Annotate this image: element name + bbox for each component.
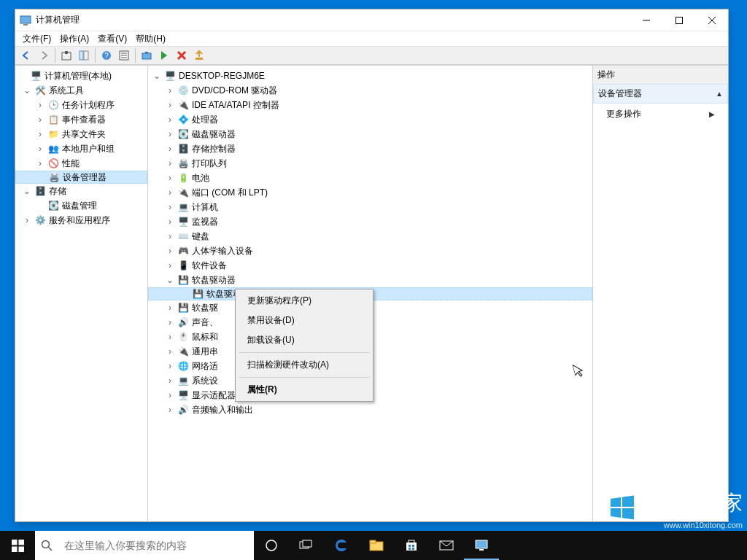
tree-performance[interactable]: 🚫性能 xyxy=(15,156,147,171)
windows-logo-icon xyxy=(609,494,635,521)
toolbar-separator xyxy=(95,48,96,63)
back-button[interactable] xyxy=(18,47,34,63)
device-software[interactable]: 📱软件设备 xyxy=(148,258,592,273)
scan-hardware-button[interactable] xyxy=(139,47,155,63)
device-ports[interactable]: 🔌端口 (COM 和 LPT) xyxy=(148,185,592,200)
svg-rect-17 xyxy=(145,52,148,53)
svg-marker-22 xyxy=(622,496,634,508)
device-monitor[interactable]: 🖥️监视器 xyxy=(148,214,592,229)
disk-drive-icon: 💽 xyxy=(177,128,189,140)
menu-file[interactable]: 文件(F) xyxy=(18,31,55,47)
svg-rect-9 xyxy=(84,51,88,60)
menu-view[interactable]: 查看(V) xyxy=(93,31,131,47)
device-disk[interactable]: 💽磁盘驱动器 xyxy=(148,127,592,141)
tree-root[interactable]: 🖥️计算机管理(本地) xyxy=(15,69,147,83)
uninstall-button[interactable] xyxy=(174,47,190,63)
menu-help[interactable]: 帮助(H) xyxy=(131,31,170,47)
tree-local-users[interactable]: 👥本地用户和组 xyxy=(15,141,147,156)
tree-services[interactable]: ⚙️服务和应用程序 xyxy=(15,213,147,228)
cm-properties[interactable]: 属性(R) xyxy=(237,380,371,400)
minimize-button[interactable] xyxy=(630,9,662,31)
cortana-icon[interactable] xyxy=(254,531,289,560)
tree-task-scheduler[interactable]: 🕒任务计划程序 xyxy=(15,98,147,112)
device-print-queue[interactable]: 🖨️打印队列 xyxy=(148,156,592,171)
svg-rect-44 xyxy=(479,549,484,551)
enable-device-button[interactable] xyxy=(156,47,172,63)
collapse-icon[interactable]: ▲ xyxy=(716,90,723,98)
cpu-icon: 💠 xyxy=(177,114,189,125)
svg-rect-39 xyxy=(412,545,414,547)
svg-rect-35 xyxy=(370,540,376,543)
svg-rect-0 xyxy=(20,16,31,23)
svg-rect-20 xyxy=(196,58,203,60)
tree-storage[interactable]: 🗄️存储 xyxy=(15,184,147,198)
titlebar: 计算机管理 xyxy=(15,9,728,31)
disk-icon: 💽 xyxy=(47,200,59,211)
properties-button[interactable] xyxy=(116,47,132,63)
storage-ctrl-icon: 🗄️ xyxy=(177,143,189,155)
menubar: 文件(F) 操作(A) 查看(V) 帮助(H) xyxy=(15,31,728,46)
task-view-icon[interactable] xyxy=(289,531,324,560)
maximize-button[interactable] xyxy=(662,9,695,31)
show-hide-tree-button[interactable] xyxy=(76,47,92,63)
tree-device-manager[interactable]: 🖨️设备管理器 xyxy=(15,171,147,184)
keyboard-icon: ⌨️ xyxy=(177,230,189,242)
cm-disable[interactable]: 禁用设备(D) xyxy=(237,311,371,330)
cm-update-driver[interactable]: 更新驱动程序(P) xyxy=(237,291,371,311)
menu-action[interactable]: 操作(A) xyxy=(55,31,93,47)
edge-icon[interactable] xyxy=(324,531,359,560)
file-explorer-icon[interactable] xyxy=(359,531,394,560)
clock-icon: 🕒 xyxy=(47,99,59,111)
device-storage-ctrl[interactable]: 🗄️存储控制器 xyxy=(148,141,592,156)
device-mgr-icon: 🖨️ xyxy=(48,171,60,183)
svg-rect-28 xyxy=(18,546,24,552)
tree-event-viewer[interactable]: 📋事件查看器 xyxy=(15,112,147,127)
device-battery[interactable]: 🔋电池 xyxy=(148,171,592,185)
app-icon xyxy=(20,15,31,26)
search-box[interactable] xyxy=(35,531,254,560)
svg-rect-43 xyxy=(476,540,487,548)
up-button[interactable] xyxy=(58,47,74,63)
device-keyboard[interactable]: ⌨️键盘 xyxy=(148,229,592,244)
cm-uninstall[interactable]: 卸载设备(U) xyxy=(237,330,371,350)
mouse-icon: 🖱️ xyxy=(177,331,189,343)
svg-rect-25 xyxy=(12,540,18,545)
device-ide[interactable]: 🔌IDE ATA/ATAPI 控制器 xyxy=(148,98,592,112)
tree-system-tools[interactable]: 🛠️系统工具 xyxy=(15,83,147,98)
hid-icon: 🎮 xyxy=(177,245,189,257)
svg-line-30 xyxy=(48,548,52,551)
device-computer[interactable]: 💻计算机 xyxy=(148,200,592,214)
tree-shared-folders[interactable]: 📁共享文件夹 xyxy=(15,127,147,141)
svg-rect-16 xyxy=(142,53,151,59)
device-cpu[interactable]: 💠处理器 xyxy=(148,112,592,127)
help-button[interactable]: ? xyxy=(98,47,115,63)
cm-scan[interactable]: 扫描检测硬件改动(A) xyxy=(237,355,371,375)
svg-rect-3 xyxy=(676,17,682,23)
tree-disk-mgmt[interactable]: 💽磁盘管理 xyxy=(15,198,147,213)
device-floppy-ctrl[interactable]: 💾软盘驱动器 xyxy=(148,273,592,287)
svg-rect-27 xyxy=(12,546,18,552)
console-tree-pane[interactable]: 🖥️计算机管理(本地) 🛠️系统工具 🕒任务计划程序 📋事件查看器 📁共享文件夹… xyxy=(15,66,148,521)
device-dvd[interactable]: 💿DVD/CD-ROM 驱动器 xyxy=(148,83,592,98)
actions-more[interactable]: 更多操作 ▶ xyxy=(593,104,728,125)
chevron-right-icon: ▶ xyxy=(709,110,715,118)
device-audio-io[interactable]: 🔊音频输入和输出 xyxy=(148,402,592,417)
actions-section[interactable]: 设备管理器 ▲ xyxy=(593,84,728,104)
svg-rect-7 xyxy=(65,51,68,54)
mail-icon[interactable] xyxy=(429,531,464,560)
services-icon: ⚙️ xyxy=(34,214,46,226)
device-root[interactable]: 🖥️DESKTOP-REGJM6E xyxy=(148,69,592,83)
svg-rect-8 xyxy=(80,51,83,60)
svg-text:?: ? xyxy=(104,52,109,60)
device-hid[interactable]: 🎮人体学输入设备 xyxy=(148,244,592,258)
update-driver-button[interactable] xyxy=(191,47,207,63)
usb-icon: 🔌 xyxy=(177,346,189,357)
store-icon[interactable] xyxy=(394,531,429,560)
sound-icon: 🔊 xyxy=(177,316,189,328)
start-button[interactable] xyxy=(0,531,35,560)
taskbar-app-computer-mgmt[interactable] xyxy=(464,531,499,560)
search-input[interactable] xyxy=(58,531,254,560)
search-icon xyxy=(35,540,58,551)
forward-button[interactable] xyxy=(36,47,52,63)
close-button[interactable] xyxy=(695,9,728,31)
